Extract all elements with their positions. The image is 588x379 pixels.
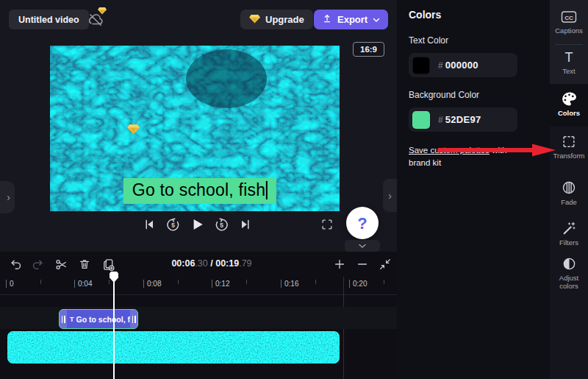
sidebar-item-colors[interactable]: Colors	[550, 91, 588, 118]
ruler-label: 0	[10, 280, 14, 288]
total-time: 00:19	[215, 258, 239, 269]
background-color-value: 52DE97	[445, 114, 481, 125]
ruler-minor-tick	[384, 280, 384, 284]
gem-icon	[249, 14, 260, 26]
current-time: 00:06	[171, 258, 195, 269]
collapse-preview-tab[interactable]	[345, 240, 380, 252]
sidebar-item-text[interactable]: T Text	[550, 50, 588, 76]
ruler-label: 0:20	[353, 280, 367, 288]
sidebar-divider	[555, 44, 583, 45]
total-time-frac: .79	[239, 258, 251, 269]
zoom-in-button[interactable]	[330, 255, 349, 274]
chevron-down-icon	[373, 14, 380, 25]
project-title-button[interactable]: Untitled video	[9, 10, 89, 29]
forward-5s-button[interactable]: 5	[212, 215, 231, 234]
help-label: ?	[357, 214, 367, 233]
text-color-label: Text Color	[409, 35, 550, 46]
undo-button[interactable]	[6, 255, 25, 274]
ruler-minor-tick	[315, 280, 316, 284]
text-clip-label: Go to school, fish	[76, 315, 131, 324]
chevron-right-icon: ›	[388, 190, 392, 202]
brand-kit-gem-icon	[127, 124, 140, 135]
text-clip[interactable]: T Go to school, fish	[59, 309, 138, 329]
upgrade-label: Upgrade	[265, 14, 304, 25]
brand-kit-text: Save custom palettes with brand kit	[409, 144, 526, 169]
skip-to-end-button[interactable]	[236, 215, 255, 234]
ruler-minor-tick	[246, 280, 247, 284]
premium-gem-icon	[98, 4, 107, 13]
ruler-tick	[349, 280, 350, 288]
ruler-label: 0:08	[147, 280, 161, 288]
save-custom-palettes-link[interactable]: Save custom palettes	[409, 146, 490, 155]
help-button[interactable]: ?	[346, 207, 379, 239]
rewind-5s-button[interactable]: 5	[163, 215, 182, 234]
ruler-minor-tick	[109, 280, 110, 284]
sidebar-item-transform[interactable]: Transform	[550, 134, 588, 160]
upload-icon	[322, 13, 332, 26]
text-color-swatch	[412, 57, 430, 74]
ruler-tick	[212, 280, 212, 288]
export-label: Export	[337, 14, 368, 25]
panel-title: Colors	[409, 9, 550, 21]
expand-left-panel-button[interactable]: ›	[0, 181, 15, 213]
chevron-right-icon: ›	[7, 191, 10, 203]
ruler-tick	[6, 280, 7, 288]
playhead-line	[113, 280, 115, 379]
background-color-picker[interactable]: # 52DE97	[409, 107, 517, 132]
svg-text:5: 5	[171, 222, 175, 229]
collapse-right-panel-button[interactable]: ›	[383, 179, 397, 212]
timecode-display: 00:06.30 / 00:19.79	[171, 258, 251, 269]
current-time-frac: .30	[195, 258, 207, 269]
sidebar-item-fade[interactable]: Fade	[550, 180, 588, 207]
caption-overlay[interactable]: Go to school, fish	[123, 178, 276, 204]
background-color-label: Background Color	[409, 90, 550, 100]
delete-button[interactable]	[75, 255, 94, 274]
fade-icon	[561, 180, 577, 196]
fullscreen-button[interactable]	[318, 215, 337, 234]
play-button[interactable]	[187, 215, 207, 234]
hash-sign: #	[438, 115, 443, 125]
split-scissors-button[interactable]	[51, 255, 71, 274]
colors-panel: Colors Text Color # 000000 Background Co…	[397, 0, 550, 379]
video-preview[interactable]: Go to school, fish	[50, 46, 340, 211]
aspect-ratio-badge[interactable]: 16:9	[353, 42, 384, 57]
export-button[interactable]: Export	[314, 10, 388, 29]
sidebar-item-captions[interactable]: CC Captions	[550, 10, 588, 35]
caption-text: Go to school, fish	[132, 180, 265, 200]
captions-icon: CC	[560, 10, 578, 24]
video-clip[interactable]	[7, 331, 340, 364]
video-editor-app: Untitled video Upgrade Export	[0, 0, 588, 379]
svg-text:T: T	[565, 50, 573, 65]
adjust-colors-icon	[562, 256, 577, 272]
timeline-toolbar: 00:06.30 / 00:19.79	[0, 252, 397, 277]
text-color-value: 000000	[445, 60, 478, 71]
background-color-swatch	[412, 111, 430, 129]
ruler-label: 0:12	[215, 280, 229, 288]
ruler-minor-tick	[40, 280, 41, 284]
sidebar-item-adjust-colors[interactable]: Adjust colors	[550, 256, 588, 291]
clip-trim-handle-right[interactable]	[130, 310, 137, 328]
clip-trim-handle-left[interactable]	[60, 310, 67, 328]
hash-sign: #	[438, 60, 443, 71]
text-cursor	[266, 181, 268, 199]
timeline-ruler[interactable]: 0 0:04 0:08 0:12 0:16 0:20	[0, 277, 397, 295]
sidebar-item-filters[interactable]: Filters	[550, 221, 588, 247]
duplicate-button[interactable]	[98, 255, 118, 274]
upgrade-button[interactable]: Upgrade	[240, 10, 313, 29]
palette-icon	[561, 91, 578, 107]
redo-button[interactable]	[28, 255, 47, 274]
skip-to-start-button[interactable]	[140, 215, 159, 234]
magic-wand-icon	[561, 221, 577, 236]
ruler-tick	[74, 280, 75, 288]
timeline: 00:06.30 / 00:19.79 0 0:04 0:08 0:12 0:1…	[0, 252, 397, 379]
ruler-label: 0:04	[78, 280, 92, 288]
zoom-to-fit-button[interactable]	[376, 255, 395, 274]
zoom-out-button[interactable]	[353, 255, 372, 274]
properties-sidebar: CC Captions T Text Colors Transform	[550, 0, 588, 379]
text-clip-type-icon: T	[70, 316, 74, 323]
transform-icon	[561, 134, 577, 149]
svg-text:CC: CC	[564, 15, 573, 21]
video-clip-thumbnail	[7, 331, 340, 364]
timecode-separator: /	[208, 258, 215, 269]
text-color-picker[interactable]: # 000000	[409, 53, 517, 77]
